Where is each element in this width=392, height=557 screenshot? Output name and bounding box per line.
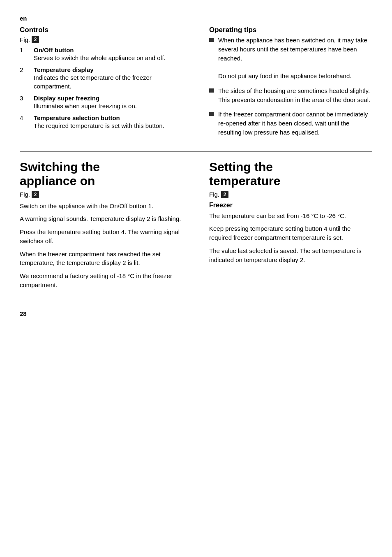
- item-num: 1: [20, 46, 27, 62]
- freezer-para-3: The value last selected is saved. The se…: [209, 246, 372, 265]
- controls-fig-label: Fig.: [20, 36, 30, 43]
- switching-fig-label: Fig.: [20, 191, 30, 198]
- lang-label: en: [20, 15, 372, 22]
- item-title: Temperature display: [34, 66, 183, 73]
- bullet-text: If the freezer compartment door cannot b…: [218, 110, 372, 137]
- list-item: 1 On/Off button Serves to switch the who…: [20, 46, 183, 62]
- switching-fig-badge: 2: [32, 191, 39, 198]
- list-item: If the freezer compartment door cannot b…: [209, 110, 372, 137]
- controls-title: Controls: [20, 26, 183, 34]
- switching-title: Switching the appliance on: [20, 160, 183, 188]
- controls-list: 1 On/Off button Serves to switch the who…: [20, 46, 183, 130]
- item-desc: Indicates the set temperature of the fre…: [34, 73, 183, 91]
- item-num: 3: [20, 95, 27, 110]
- item-title: Display super freezing: [34, 95, 137, 102]
- setting-fig-badge: 2: [221, 191, 228, 198]
- list-item: 4 Temperature selection button The requi…: [20, 114, 183, 130]
- switching-para-2: A warning signal sounds. Temperature dis…: [20, 214, 183, 223]
- list-item: The sides of the housing are sometimes h…: [209, 86, 372, 104]
- item-num: 4: [20, 114, 27, 130]
- section-divider: [20, 151, 372, 152]
- bullet-text: The sides of the housing are sometimes h…: [218, 86, 372, 104]
- bullet-text-extra: Do not put any food in the appliance bef…: [218, 72, 351, 79]
- bullet-icon: [209, 88, 214, 93]
- item-title: On/Off button: [34, 46, 166, 53]
- operating-tips-list: When the appliance has been switched on,…: [209, 36, 372, 137]
- setting-title: Setting the temperature: [209, 160, 372, 188]
- freezer-para-2: Keep pressing temperature setting button…: [209, 224, 372, 242]
- setting-fig-label: Fig.: [209, 191, 219, 198]
- item-desc: Serves to switch the whole appliance on …: [34, 53, 166, 62]
- operating-tips-title: Operating tips: [209, 26, 372, 34]
- bullet-icon: [209, 112, 214, 116]
- switching-para-4: When the freezer compartment has reached…: [20, 250, 183, 268]
- switching-para-3: Press the temperature setting button 4. …: [20, 227, 183, 246]
- item-title: Temperature selection button: [34, 114, 164, 121]
- switching-para-1: Switch on the appliance with the On/Off …: [20, 202, 183, 211]
- switching-para-5: We recommend a factory setting of -18 °C…: [20, 272, 183, 290]
- list-item: When the appliance has been switched on,…: [209, 36, 372, 81]
- controls-fig-badge: 2: [32, 36, 39, 43]
- bullet-icon: [209, 38, 214, 42]
- item-desc: Illuminates when super freezing is on.: [34, 102, 137, 110]
- freezer-para-1: The temperature can be set from -16 °C t…: [209, 211, 372, 220]
- list-item: 2 Temperature display Indicates the set …: [20, 66, 183, 91]
- page-number: 28: [20, 310, 372, 317]
- freezer-subtitle: Freezer: [209, 202, 372, 209]
- list-item: 3 Display super freezing Illuminates whe…: [20, 95, 183, 110]
- item-num: 2: [20, 66, 27, 91]
- bullet-text: When the appliance has been switched on,…: [218, 37, 367, 62]
- item-desc: The required temperature is set with thi…: [34, 121, 164, 130]
